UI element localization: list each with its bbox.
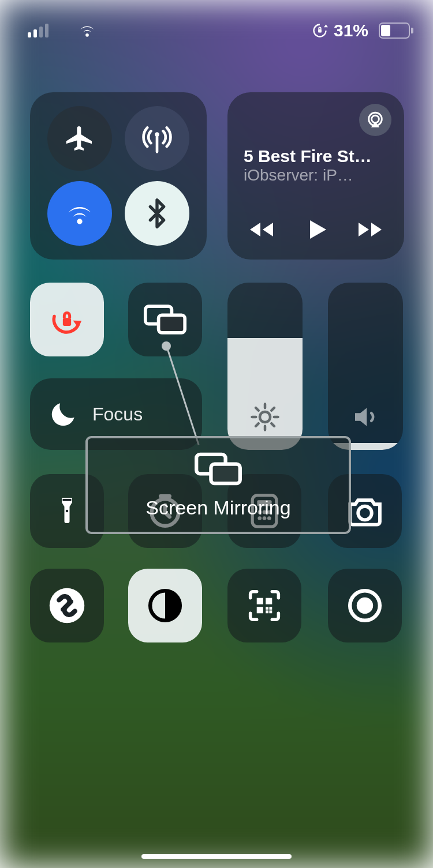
focus-label: Focus <box>92 404 143 425</box>
airplane-icon <box>64 122 96 155</box>
orientation-lock-status-icon <box>312 22 328 39</box>
orientation-lock-icon <box>48 300 86 339</box>
bluetooth-icon <box>141 197 173 230</box>
orientation-lock-button[interactable] <box>30 283 104 356</box>
brightness-icon <box>227 401 303 433</box>
svg-rect-24 <box>257 607 263 613</box>
airplay-button[interactable] <box>359 104 391 136</box>
airplay-icon <box>365 110 385 130</box>
dark-mode-button[interactable] <box>128 569 202 642</box>
shazam-button[interactable] <box>30 569 104 642</box>
svg-point-30 <box>357 598 373 614</box>
bluetooth-toggle[interactable] <box>125 181 189 246</box>
cellular-data-toggle[interactable] <box>125 106 189 171</box>
home-indicator[interactable] <box>141 854 292 859</box>
shazam-icon <box>48 587 86 625</box>
callout-label: Screen Mirroring <box>145 497 290 519</box>
svg-point-19 <box>358 506 372 520</box>
media-rewind-button[interactable] <box>248 216 275 243</box>
speaker-icon <box>328 401 403 433</box>
media-panel[interactable]: 5 Best Fire St… iObserver: iP… <box>227 92 404 260</box>
media-subtitle: iObserver: iP… <box>244 166 382 185</box>
battery-icon <box>374 22 413 39</box>
qr-scanner-button[interactable] <box>227 569 301 642</box>
camera-icon <box>346 495 384 527</box>
svg-point-8 <box>66 510 69 513</box>
svg-point-1 <box>155 132 159 136</box>
play-icon <box>302 216 330 243</box>
wifi-status-icon <box>77 21 97 40</box>
dark-mode-icon <box>147 588 183 623</box>
media-play-button[interactable] <box>302 216 330 243</box>
svg-rect-25 <box>266 607 268 610</box>
screen-mirroring-callout: Screen Mirroring <box>85 436 351 534</box>
media-forward-button[interactable] <box>356 216 384 243</box>
rewind-icon <box>248 216 275 243</box>
record-icon <box>347 588 383 623</box>
screen-record-button[interactable] <box>328 569 402 642</box>
status-bar: 31% <box>0 21 433 44</box>
svg-point-7 <box>260 412 270 422</box>
svg-rect-28 <box>269 607 272 610</box>
media-title: 5 Best Fire St… <box>244 146 382 166</box>
svg-rect-26 <box>269 610 272 613</box>
brightness-slider[interactable] <box>227 283 303 450</box>
cellular-signal-icon <box>28 24 48 37</box>
connectivity-panel[interactable] <box>30 92 207 260</box>
antenna-icon <box>141 122 173 155</box>
airplane-mode-toggle[interactable] <box>47 106 112 171</box>
svg-rect-9 <box>63 499 72 501</box>
svg-rect-4 <box>63 318 71 326</box>
fast-forward-icon <box>356 216 384 243</box>
svg-rect-32 <box>211 464 240 483</box>
svg-rect-22 <box>257 598 263 604</box>
moon-icon <box>47 398 80 430</box>
screen-mirroring-icon <box>194 452 242 486</box>
qr-code-icon <box>247 588 282 623</box>
wifi-icon <box>64 197 96 230</box>
screen-mirroring-icon <box>143 303 187 336</box>
svg-rect-0 <box>318 29 322 33</box>
flashlight-icon <box>57 493 77 529</box>
svg-rect-27 <box>266 610 268 613</box>
svg-rect-6 <box>159 315 185 332</box>
volume-slider[interactable] <box>328 283 403 450</box>
wifi-toggle[interactable] <box>47 181 112 246</box>
battery-percent-label: 31% <box>334 21 368 40</box>
svg-rect-23 <box>266 598 272 604</box>
